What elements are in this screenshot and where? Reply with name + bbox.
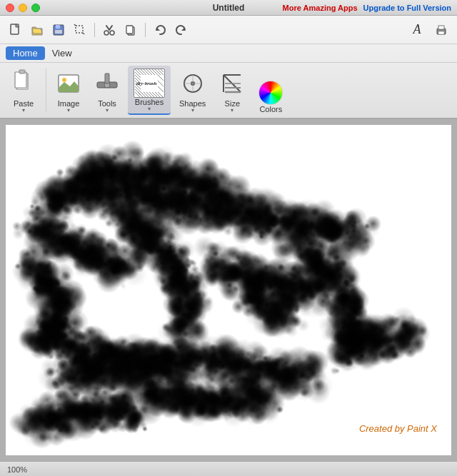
ribbon-sep-1 [46,69,46,112]
window-title: Untitled [213,3,245,13]
svg-line-25 [138,69,144,75]
svg-line-46 [158,92,164,98]
svg-line-31 [135,72,141,78]
ribbon-size[interactable]: Size ▾ [214,66,250,115]
toolbar-area: A Home View Paste [0,16,457,119]
icon-toolbar-right: A [407,20,451,40]
redo-button[interactable] [171,20,191,40]
svg-line-40 [141,92,146,98]
svg-marker-12 [181,27,185,31]
status-bar: 100% [0,461,457,476]
svg-line-39 [138,92,144,98]
drawing-area[interactable] [6,125,451,455]
svg-point-7 [104,31,109,35]
ribbon: Paste ▾ Image ▾ [0,63,457,118]
undo-button[interactable] [150,20,170,40]
menu-view[interactable]: View [45,46,79,60]
svg-line-49 [161,69,164,72]
icon-toolbar: A [0,16,457,44]
ribbon-colors[interactable]: Colors [253,66,288,115]
svg-rect-3 [55,30,62,34]
svg-line-6 [83,33,84,34]
svg-line-42 [146,92,152,98]
svg-line-43 [149,92,155,98]
open-button[interactable] [27,20,47,40]
upgrade-link[interactable]: Upgrade to Full Version [363,4,451,12]
shapes-icon [181,72,204,98]
svg-line-44 [152,92,158,98]
svg-rect-14 [438,31,444,34]
maximize-button[interactable] [31,4,40,12]
ribbon-shapes[interactable]: Shapes ▾ [174,66,211,115]
svg-point-8 [110,31,114,35]
svg-text:dry-brush: dry-brush [136,81,157,86]
title-bar: Untitled More Amazing Apps Upgrade to Fu… [0,0,457,16]
copy-button[interactable] [121,20,141,40]
svg-line-52 [158,86,164,92]
toolbar-separator-1 [94,23,95,37]
title-bar-links: More Amazing Apps Upgrade to Full Versio… [283,4,451,12]
ribbon-brushes[interactable]: dry-brush Brushes ▾ [128,66,171,115]
svg-rect-23 [105,74,109,83]
image-chevron: ▾ [67,108,70,113]
size-icon [221,72,243,98]
crop-button[interactable] [70,20,90,40]
save-button[interactable] [49,20,69,40]
image-icon [57,72,80,98]
ribbon-image[interactable]: Image ▾ [51,66,86,115]
brushes-chevron: ▾ [148,106,151,112]
svg-line-47 [155,69,161,75]
svg-line-26 [141,69,146,75]
paste-icon [12,69,35,98]
watermark: Created by Paint X [359,423,437,434]
paint-canvas[interactable]: Created by Paint X [6,125,451,455]
svg-line-48 [158,69,164,75]
svg-line-5 [74,24,76,26]
close-button[interactable] [6,4,14,12]
colors-icon [258,81,283,105]
svg-line-50 [158,75,164,81]
svg-line-29 [149,69,155,75]
svg-line-51 [158,81,164,86]
svg-line-24 [135,69,141,75]
size-chevron: ▾ [231,108,233,113]
ribbon-paste[interactable]: Paste ▾ [6,66,41,115]
svg-point-20 [62,78,66,82]
ribbon-tools[interactable]: Tools ▾ [89,66,125,115]
text-button[interactable]: A [407,20,427,40]
svg-line-28 [146,69,152,75]
toolbar-separator-2 [145,23,146,37]
svg-line-36 [135,86,141,92]
svg-rect-17 [15,72,26,88]
svg-line-27 [144,69,149,75]
brushes-icon: dry-brush [134,69,165,98]
new-button[interactable] [6,20,26,40]
svg-line-32 [135,75,141,81]
tools-chevron: ▾ [106,108,109,113]
svg-rect-10 [126,26,133,34]
cut-button[interactable] [99,20,119,40]
svg-rect-18 [19,70,25,74]
canvas-area: Created by Paint X [0,119,457,461]
menu-bar: Home View [0,44,457,63]
tools-icon [96,72,119,98]
svg-rect-2 [56,25,60,29]
svg-marker-11 [156,27,160,31]
svg-rect-15 [438,26,444,29]
svg-rect-4 [76,26,83,33]
paste-chevron: ▾ [22,108,25,113]
more-apps-link[interactable]: More Amazing Apps [283,4,358,12]
colors-label: Colors [259,105,282,113]
svg-line-45 [155,92,161,98]
print-button[interactable] [431,20,451,40]
svg-line-38 [135,92,141,98]
minimize-button[interactable] [19,4,27,12]
shapes-chevron: ▾ [191,108,194,113]
svg-line-41 [144,92,149,98]
menu-home[interactable]: Home [6,46,45,60]
zoom-level: 100% [7,465,27,474]
svg-line-30 [152,69,158,75]
traffic-lights [6,4,40,12]
